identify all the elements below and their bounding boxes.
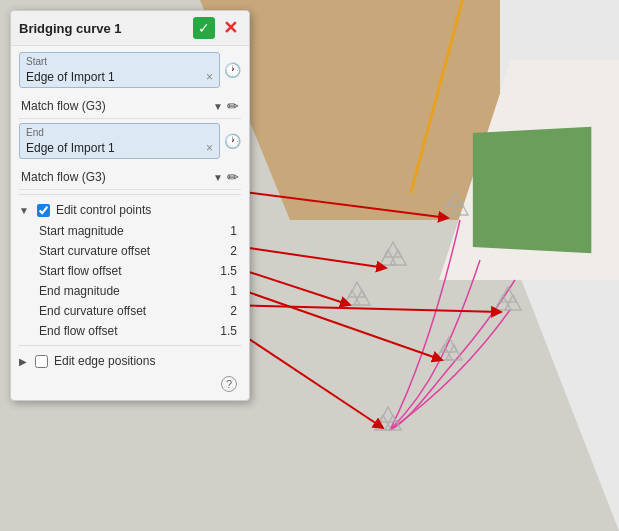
- header-buttons: ✓ ✕: [193, 17, 241, 39]
- help-icon[interactable]: ?: [221, 376, 237, 392]
- edit-control-points-label: Edit control points: [56, 203, 151, 217]
- confirm-button[interactable]: ✓: [193, 17, 215, 39]
- params-list: Start magnitude 1 Start curvature offset…: [19, 221, 241, 341]
- end-match-dropdown-icon[interactable]: ▼: [213, 172, 223, 183]
- panel-header: Bridging curve 1 ✓ ✕: [11, 11, 249, 46]
- end-match-controls: ▼ ✏: [213, 169, 239, 185]
- start-clock-icon[interactable]: 🕐: [224, 62, 241, 78]
- help-row: ?: [19, 372, 241, 394]
- edit-control-points-row[interactable]: ▼ Edit control points: [19, 199, 241, 221]
- cancel-button[interactable]: ✕: [219, 17, 241, 39]
- param-label-5: End flow offset: [39, 324, 118, 338]
- param-value-3[interactable]: 1: [207, 284, 237, 298]
- start-match-pen-icon[interactable]: ✏: [227, 98, 239, 114]
- param-row-0: Start magnitude 1: [19, 221, 241, 241]
- end-close[interactable]: ×: [206, 141, 213, 155]
- start-input-row: Start Edge of Import 1 × 🕐: [19, 52, 241, 88]
- expand-edge-arrow-icon[interactable]: ▶: [19, 356, 27, 367]
- end-input-row: End Edge of Import 1 × 🕐: [19, 123, 241, 159]
- param-label-3: End magnitude: [39, 284, 120, 298]
- start-match-controls: ▼ ✏: [213, 98, 239, 114]
- edit-control-points-checkbox[interactable]: [37, 204, 50, 217]
- end-match-row: Match flow (G3) ▼ ✏: [19, 165, 241, 190]
- param-row-2: Start flow offset 1.5: [19, 261, 241, 281]
- edit-edge-positions-checkbox[interactable]: [35, 355, 48, 368]
- start-match-dropdown-icon[interactable]: ▼: [213, 101, 223, 112]
- edit-edge-positions-row[interactable]: ▶ Edit edge positions: [19, 350, 241, 372]
- edit-edge-positions-label: Edit edge positions: [54, 354, 155, 368]
- end-clock-icon[interactable]: 🕐: [224, 133, 241, 149]
- panel-body: Start Edge of Import 1 × 🕐 Match flow (G…: [11, 46, 249, 400]
- end-label: End: [26, 127, 44, 138]
- param-label-2: Start flow offset: [39, 264, 121, 278]
- param-value-2[interactable]: 1.5: [207, 264, 237, 278]
- param-row-4: End curvature offset 2: [19, 301, 241, 321]
- surface-green: [473, 127, 591, 254]
- param-label-4: End curvature offset: [39, 304, 146, 318]
- param-value-5[interactable]: 1.5: [207, 324, 237, 338]
- end-field-group: End Edge of Import 1 × 🕐: [19, 123, 241, 159]
- end-match-pen-icon[interactable]: ✏: [227, 169, 239, 185]
- start-value: Edge of Import 1: [26, 70, 115, 84]
- divider-1: [19, 194, 241, 195]
- param-label-1: Start curvature offset: [39, 244, 150, 258]
- end-match-label: Match flow (G3): [21, 170, 106, 184]
- param-row-3: End magnitude 1: [19, 281, 241, 301]
- param-label-0: Start magnitude: [39, 224, 124, 238]
- start-close[interactable]: ×: [206, 70, 213, 84]
- start-label: Start: [26, 56, 47, 67]
- end-value: Edge of Import 1: [26, 141, 115, 155]
- param-value-4[interactable]: 2: [207, 304, 237, 318]
- bridging-curve-panel: Bridging curve 1 ✓ ✕ Start Edge of Impor…: [10, 10, 250, 401]
- end-input[interactable]: End Edge of Import 1 ×: [19, 123, 220, 159]
- divider-2: [19, 345, 241, 346]
- param-row-1: Start curvature offset 2: [19, 241, 241, 261]
- panel-title: Bridging curve 1: [19, 21, 122, 36]
- expand-arrow-icon[interactable]: ▼: [19, 205, 29, 216]
- start-field-group: Start Edge of Import 1 × 🕐: [19, 52, 241, 88]
- start-match-row: Match flow (G3) ▼ ✏: [19, 94, 241, 119]
- start-input[interactable]: Start Edge of Import 1 ×: [19, 52, 220, 88]
- param-value-1[interactable]: 2: [207, 244, 237, 258]
- start-match-label: Match flow (G3): [21, 99, 106, 113]
- param-value-0[interactable]: 1: [207, 224, 237, 238]
- param-row-5: End flow offset 1.5: [19, 321, 241, 341]
